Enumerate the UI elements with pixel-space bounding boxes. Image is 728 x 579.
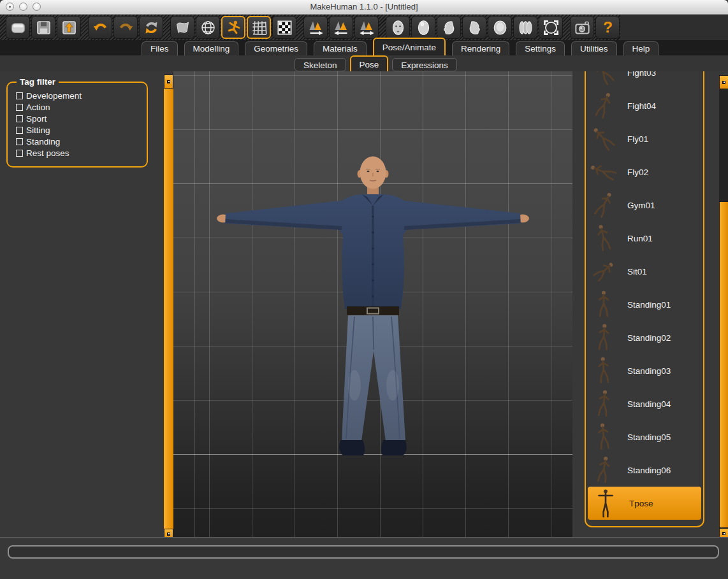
viewport-3d[interactable]	[173, 71, 572, 537]
pose-item-fly02[interactable]: Fly02	[586, 155, 703, 189]
zoom-window-button[interactable]	[33, 3, 41, 11]
pose-item-label: Run01	[627, 234, 653, 243]
pose-item-label: Standing03	[627, 366, 671, 376]
pose-item-label: Standing02	[627, 333, 671, 343]
side-view-right-button[interactable]	[462, 16, 486, 39]
pose-item-standing04[interactable]: Standing04	[586, 387, 703, 420]
undo-icon	[92, 19, 109, 36]
tab-utilities[interactable]: Utilities	[571, 41, 617, 55]
pose-item-standing03[interactable]: Standing03	[586, 354, 703, 387]
ortho-views-icon	[517, 19, 534, 36]
minimize-window-button[interactable]	[19, 3, 27, 11]
checkbox-sport[interactable]	[16, 115, 23, 122]
progress-bar	[8, 545, 719, 559]
checkbox-action[interactable]	[16, 104, 23, 111]
scrollbar-top-handle[interactable]	[164, 75, 173, 89]
subtab-skeleton[interactable]: Skeleton	[295, 58, 346, 71]
side-view-left-icon	[440, 19, 458, 36]
new-icon	[10, 19, 27, 36]
new-button[interactable]	[6, 16, 30, 39]
undo-button[interactable]	[88, 16, 112, 39]
pose-library-scrollbar[interactable]	[719, 75, 728, 539]
tab-settings[interactable]: Settings	[516, 41, 565, 55]
title-bar: MakeHuman 1.1.0 - [Untitled]	[0, 0, 728, 15]
pose-item-tpose[interactable]: Tpose	[588, 487, 701, 520]
side-view-left-button[interactable]	[437, 16, 461, 39]
viewport-left-scrollbar[interactable]	[164, 75, 173, 539]
toolbar-separator	[164, 15, 170, 40]
pose-item-fly01[interactable]: Fly01	[586, 122, 703, 155]
tag-filter-option[interactable]: Sport	[16, 114, 142, 124]
face-view-icon	[415, 19, 432, 36]
scrollbar-top-handle[interactable]	[719, 75, 728, 89]
checkbox-standing[interactable]	[16, 138, 23, 145]
scrollbar-thumb[interactable]	[719, 201, 728, 528]
pose-mode-button[interactable]	[221, 16, 245, 39]
tag-filter-option[interactable]: Action	[16, 103, 142, 112]
pose-item-fight04[interactable]: Fight04	[586, 89, 703, 122]
pose-item-standing01[interactable]: Standing01	[586, 288, 703, 321]
load-button[interactable]	[57, 16, 81, 39]
handle-dot-icon	[722, 81, 725, 84]
zoom-to-fit-button[interactable]	[539, 16, 563, 39]
symmetry-right-button[interactable]	[303, 16, 328, 39]
pose-item-standing02[interactable]: Standing02	[586, 321, 703, 354]
pose-library-panel: Fight03 Fight04 Fly01 Fly02 Gym01	[585, 71, 704, 527]
tab-help[interactable]: Help	[623, 41, 659, 55]
pose-item-standing06[interactable]: Standing06	[586, 454, 703, 487]
tab-geometries[interactable]: Geometries	[245, 41, 307, 55]
pose-icon	[225, 19, 242, 36]
top-view-button[interactable]	[488, 16, 512, 39]
close-window-button[interactable]	[6, 3, 14, 11]
model-eye	[367, 171, 370, 173]
handle-dot-icon	[167, 533, 170, 536]
tab-files[interactable]: Files	[142, 41, 178, 55]
subtab-expressions[interactable]: Expressions	[392, 58, 457, 71]
ortho-views-button[interactable]	[513, 16, 537, 39]
pose-thumbnail-icon	[589, 157, 618, 187]
front-view-button[interactable]	[386, 16, 410, 39]
tag-filter-option[interactable]: Developement	[16, 91, 142, 101]
symmetry-both-button[interactable]	[354, 16, 379, 39]
tag-filter-option[interactable]: Standing	[16, 137, 142, 147]
tag-filter-option[interactable]: Sitting	[16, 125, 142, 135]
pose-item-label: Standing05	[627, 432, 671, 442]
save-button[interactable]	[31, 16, 55, 39]
tab-pose-animate[interactable]: Pose/Animate	[373, 38, 446, 55]
pose-item-label: Standing04	[627, 399, 671, 409]
toolbar-separator	[379, 15, 385, 40]
wireframe-icon	[200, 19, 217, 36]
pose-item-run01[interactable]: Run01	[586, 222, 703, 255]
pose-item-label: Gym01	[627, 201, 655, 210]
pose-item-sit01[interactable]: Sit01	[586, 255, 703, 288]
help-button[interactable]: ?	[595, 16, 620, 39]
symmetry-right-icon	[307, 19, 324, 36]
pose-item-label: Standing01	[627, 300, 671, 310]
subtab-pose[interactable]: Pose	[350, 55, 389, 71]
model-jeans-highlight	[348, 370, 361, 401]
checkbox-sitting[interactable]	[16, 127, 23, 134]
pose-item-fight03[interactable]: Fight03	[586, 71, 703, 89]
pose-item-gym01[interactable]: Gym01	[586, 189, 703, 222]
background-toggle-button[interactable]	[272, 16, 296, 39]
head-view-button[interactable]	[411, 16, 435, 39]
tag-filter-option[interactable]: Rest poses	[16, 148, 142, 158]
status-bar	[0, 537, 728, 579]
redo-button[interactable]	[113, 16, 138, 39]
pose-item-standing05[interactable]: Standing05	[586, 420, 703, 454]
grid-toggle-button[interactable]	[247, 16, 271, 39]
wireframe-button[interactable]	[196, 16, 220, 39]
checkbox-developement[interactable]	[16, 92, 23, 99]
symmetry-left-button[interactable]	[329, 16, 353, 39]
tab-materials[interactable]: Materials	[314, 41, 367, 55]
smooth-button[interactable]	[170, 16, 194, 39]
model-shoe-right	[381, 440, 407, 455]
scrollbar-track[interactable]	[164, 89, 173, 529]
human-model[interactable]	[217, 156, 529, 459]
reset-button[interactable]	[139, 16, 163, 39]
tab-modelling[interactable]: Modelling	[184, 41, 239, 55]
scrollbar-track[interactable]	[719, 89, 728, 201]
screenshot-button[interactable]	[570, 16, 594, 39]
tab-rendering[interactable]: Rendering	[452, 41, 509, 55]
checkbox-rest-poses[interactable]	[16, 150, 23, 157]
